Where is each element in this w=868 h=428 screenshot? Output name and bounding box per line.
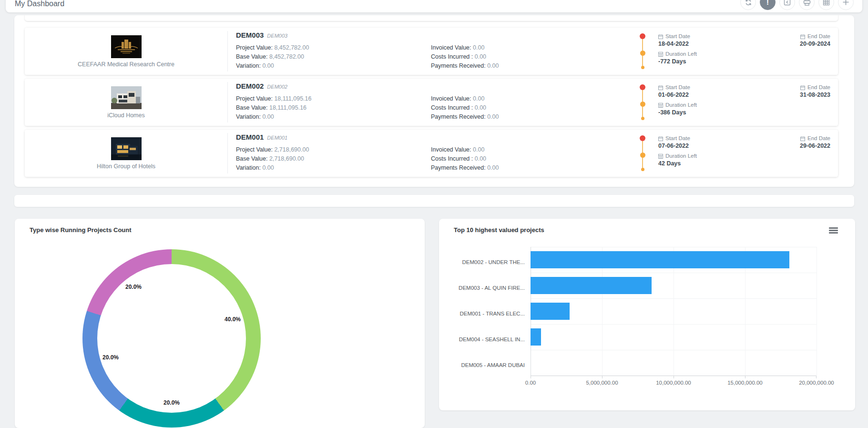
payments-received-label: Payments Received: (431, 62, 486, 69)
duration-left-value: 42 Days (658, 160, 774, 168)
duration-left-value: -386 Days (658, 109, 774, 117)
project-code-italic: DEM003 (267, 33, 287, 39)
timeline-end-dot (641, 168, 644, 171)
x-axis-tick-label: 5,000,000.00 (571, 380, 633, 386)
costs-incurred-label: Costs Incurred : (431, 104, 473, 111)
donut-label-green: 40.0% (225, 316, 241, 323)
payments-received-label: Payments Received: (431, 164, 486, 171)
timeline: Start Date 18-04-2022 Duration Left -772… (634, 28, 774, 75)
project-code-italic: DEM002 (267, 84, 287, 90)
project-value-label: Project Value: (236, 95, 273, 102)
project-row-dem001[interactable]: Hilton Group of Hotels DEM001DEM001 Proj… (25, 130, 838, 177)
invoiced-value: 0.00 (473, 44, 484, 51)
invoiced-value-label: Invoiced Value: (431, 44, 471, 51)
project-value-label: Project Value: (236, 146, 273, 153)
duration-icon (658, 103, 663, 108)
calendar-icon (800, 136, 805, 141)
payments-received-value: 0.00 (487, 62, 499, 69)
duration-left-label: Duration Left (665, 51, 697, 58)
duration-dot (640, 102, 645, 107)
bar-dem004[interactable] (531, 328, 541, 346)
scrolled-row-edge (25, 15, 838, 21)
project-value: 2,718,690.00 (274, 146, 309, 153)
project-code-italic: DEM001 (267, 135, 287, 141)
start-date-dot (640, 135, 645, 141)
payments-received-value: 0.00 (487, 164, 499, 171)
project-client-name: Hilton Group of Hotels (97, 163, 155, 170)
variation-label: Variation: (236, 62, 261, 69)
duration-dot (640, 51, 645, 56)
timeline: Start Date 07-06-2022 Duration Left 42 D… (634, 130, 774, 177)
x-axis-tick-label: 10,000,000.00 (643, 380, 705, 386)
costs-incurred-value: 0.00 (475, 155, 486, 162)
project-value: 18,111,095.16 (274, 95, 311, 102)
chart-menu-icon[interactable] (829, 227, 838, 234)
timeline: Start Date 01-06-2022 Duration Left -386… (634, 79, 774, 126)
project-value: 8,452,782.00 (274, 44, 309, 51)
base-value: 18,111,095.16 (269, 104, 306, 111)
header-icon-bar: ! (740, 0, 854, 10)
donut-hole (97, 264, 246, 413)
bar-category-label: DEM002 - UNDER THE... (439, 259, 525, 265)
x-axis-tick-label: 0.00 (500, 380, 562, 386)
variation-label: Variation: (236, 113, 261, 120)
end-date-value: 31-08-2023 (774, 91, 830, 99)
base-value: 8,452,782.00 (269, 53, 304, 60)
start-date-label: Start Date (665, 135, 690, 142)
timeline-end-dot (641, 66, 644, 69)
variation-value: 0.00 (262, 113, 274, 120)
calendar-icon (658, 136, 663, 141)
bar-dem003[interactable] (531, 277, 652, 294)
invoiced-value: 0.00 (473, 146, 484, 153)
end-date-value: 29-06-2022 (774, 142, 830, 150)
invoiced-value: 0.00 (473, 95, 484, 102)
add-icon[interactable] (838, 0, 854, 10)
start-date-dot (640, 84, 645, 90)
duration-left-value: -772 Days (658, 58, 774, 66)
base-value-label: Base Value: (236, 53, 267, 60)
project-client-name: iCloud Homes (107, 112, 145, 119)
print-icon[interactable] (799, 0, 815, 10)
costs-incurred-value: 0.00 (475, 53, 486, 60)
invoiced-value-label: Invoiced Value: (431, 146, 471, 153)
duration-left-label: Duration Left (665, 153, 697, 160)
base-value-label: Base Value: (236, 104, 267, 111)
project-client-name: CEEFAAR Medical Research Centre (78, 61, 174, 68)
bar-category-label: DEM005 - AMAAR DUBAI (439, 362, 525, 368)
bar-category-label: DEM003 - AL QUIN FIRE... (439, 285, 525, 291)
duration-left-label: Duration Left (665, 102, 697, 109)
end-date-label: End Date (807, 135, 830, 142)
project-value-label: Project Value: (236, 44, 273, 51)
bar-chart-title: Top 10 highest valued projects (454, 226, 544, 234)
costs-incurred-label: Costs Incurred : (431, 155, 473, 162)
bar-chart-card: Top 10 highest valued projects DEM002 - … (439, 219, 855, 410)
calendar-icon (800, 34, 805, 39)
calendar-icon (658, 34, 663, 39)
refresh-icon[interactable] (740, 0, 756, 10)
info-icon[interactable]: ! (760, 0, 776, 10)
calendar-icon (658, 85, 663, 90)
project-code: DEM001 (236, 133, 264, 141)
empty-section-strip (14, 195, 854, 207)
start-date-value: 01-06-2022 (658, 91, 774, 99)
base-value: 2,718,690.00 (269, 155, 304, 162)
duration-dot (640, 153, 645, 158)
donut-label-blue: 20.0% (102, 354, 119, 361)
projects-list-card: CEEFAAR Medical Research Centre DEM003DE… (14, 15, 854, 187)
end-date-value: 20-09-2024 (774, 40, 830, 48)
project-image (111, 35, 142, 58)
start-date-value: 18-04-2022 (658, 40, 774, 48)
end-date-label: End Date (807, 33, 830, 40)
costs-incurred-label: Costs Incurred : (431, 53, 473, 60)
bar-dem001[interactable] (531, 303, 570, 320)
grid-icon[interactable] (818, 0, 834, 10)
bar-dem002[interactable] (531, 251, 789, 268)
export-icon[interactable] (779, 0, 795, 10)
project-row-dem003[interactable]: CEEFAAR Medical Research Centre DEM003DE… (25, 28, 838, 75)
timeline-end-dot (641, 117, 644, 120)
bar-category-label: DEM001 - TRANS ELEC... (439, 311, 525, 316)
start-date-dot (640, 33, 645, 39)
start-date-value: 07-06-2022 (658, 142, 774, 150)
project-row-dem002[interactable]: iCloud Homes DEM002DEM002 Project Value:… (25, 79, 838, 126)
end-date-label: End Date (807, 84, 830, 91)
